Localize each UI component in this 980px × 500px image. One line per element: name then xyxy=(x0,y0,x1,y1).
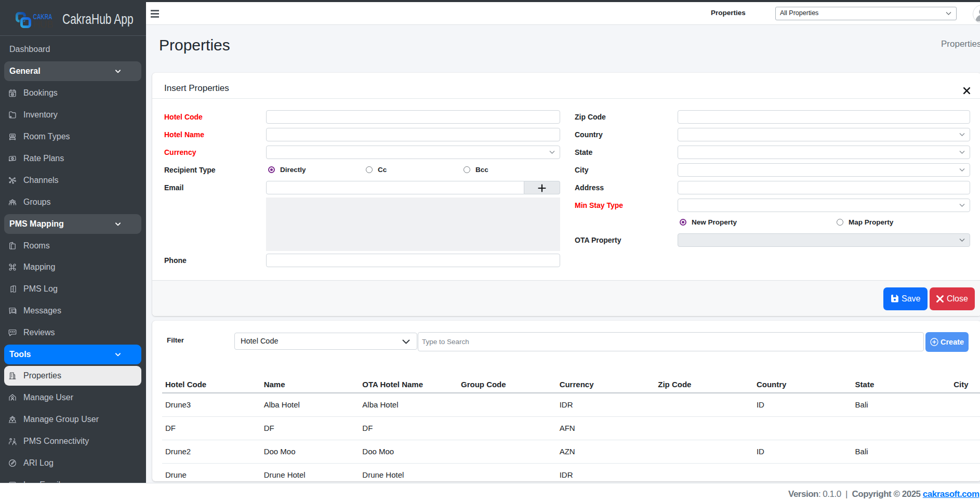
svg-text:HUB: HUB xyxy=(33,19,54,29)
svg-text:$: $ xyxy=(12,157,14,160)
